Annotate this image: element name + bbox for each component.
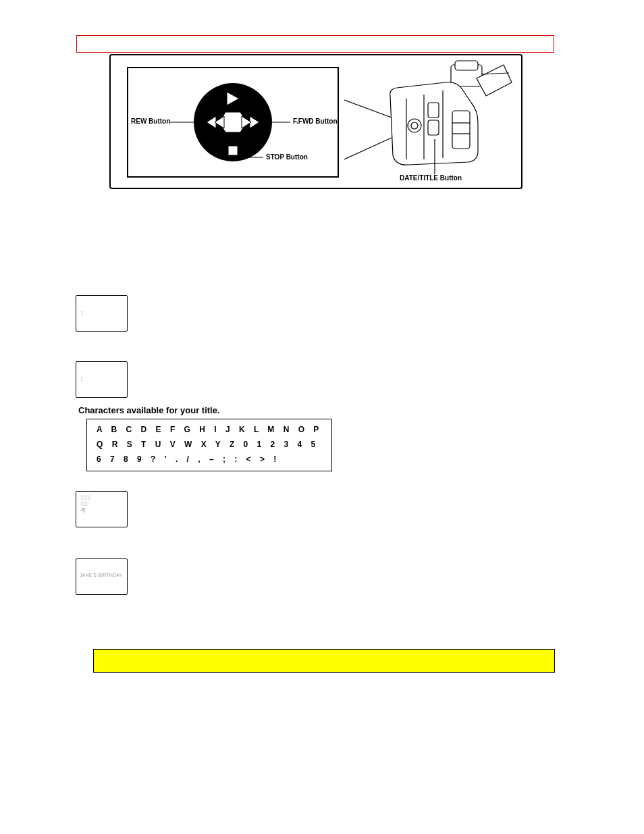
highlight-bar [93, 649, 555, 673]
cursor-3: J¦ [81, 506, 85, 513]
svg-rect-3 [455, 61, 478, 70]
chars-row-3: 6 7 8 9 ? ' . / , – ; : < > ! [97, 454, 322, 464]
characters-table: A B C D E F G H I J K L M N O P Q R S T … [86, 419, 332, 471]
svg-rect-9 [428, 120, 439, 135]
control-pad-inset: REW Button F.FWD Button STOP Button [127, 67, 339, 178]
label-rew: REW Button [131, 118, 170, 125]
ghost-text: ▯▯▯▯▯▯▯ [80, 494, 121, 506]
svg-rect-12 [452, 111, 470, 149]
viewfinder-preview-4: JANE'S BIRTHDAY [76, 558, 128, 595]
button-diagram: REW Button F.FWD Button STOP Button DATE… [109, 54, 522, 189]
title-preview-text: JANE'S BIRTHDAY [80, 573, 123, 577]
characters-heading: Characters available for your title. [78, 405, 220, 415]
chars-row-1: A B C D E F G H I J K L M N O P [97, 425, 322, 434]
label-ffwd: F.FWD Button [293, 118, 338, 125]
label-date-title: DATE/TITLE Button [400, 174, 462, 182]
viewfinder-preview-1: ¦ [76, 295, 128, 332]
viewfinder-preview-2: ¦ [76, 361, 128, 398]
viewfinder-preview-3: ▯▯▯▯▯▯▯ J¦ [76, 491, 128, 527]
camcorder-illustration [344, 58, 520, 186]
svg-point-11 [411, 122, 418, 129]
title-banner [76, 35, 554, 53]
cursor-2: ¦ [81, 375, 82, 382]
chars-row-2: Q R S T U V W X Y Z 0 1 2 3 4 5 [97, 440, 322, 449]
label-stop: STOP Button [266, 153, 308, 161]
svg-line-0 [344, 100, 392, 118]
page: REW Button F.FWD Button STOP Button DATE… [0, 0, 644, 834]
svg-rect-8 [428, 103, 439, 118]
svg-line-1 [344, 138, 392, 159]
cursor-1: ¦ [81, 309, 83, 315]
